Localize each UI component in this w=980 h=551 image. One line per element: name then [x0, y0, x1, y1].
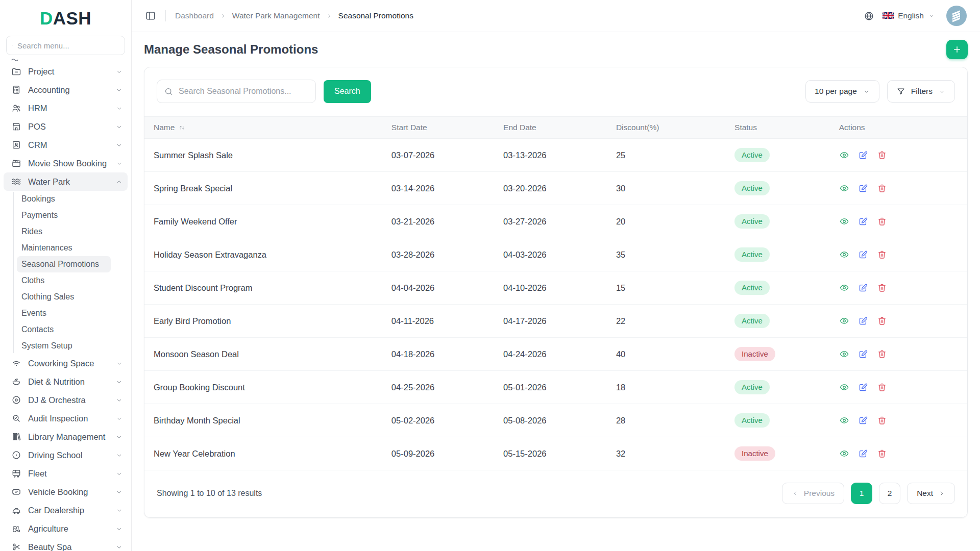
- view-button[interactable]: [839, 183, 849, 193]
- sidebar-subitem-maintenances[interactable]: Maintenances: [0, 240, 131, 256]
- cell-name: Group Booking Discount: [144, 383, 382, 392]
- next-page-button[interactable]: Next: [907, 483, 955, 504]
- breadcrumb-dashboard[interactable]: Dashboard: [175, 11, 214, 20]
- sidebar-item-water-park[interactable]: Water Park: [4, 172, 128, 191]
- cell-start-date: 03-07-2026: [382, 151, 494, 160]
- sidebar-item-beauty-spa[interactable]: Beauty Spa: [0, 538, 131, 551]
- breadcrumb-water-park-management[interactable]: Water Park Management: [232, 11, 320, 20]
- previous-page-button[interactable]: Previous: [782, 483, 844, 504]
- delete-button[interactable]: [877, 349, 887, 359]
- sidebar-item-fleet[interactable]: Fleet: [0, 464, 131, 483]
- delete-button[interactable]: [877, 316, 887, 326]
- cell-name: Summer Splash Sale: [144, 151, 382, 160]
- page-number-group: 12: [851, 483, 900, 504]
- per-page-select[interactable]: 10 per page: [805, 80, 879, 103]
- table-footer: Showing 1 to 10 of 13 results Previous 1…: [157, 483, 955, 504]
- view-button[interactable]: [839, 415, 849, 425]
- cell-start-date: 05-02-2026: [382, 416, 494, 425]
- delete-button[interactable]: [877, 249, 887, 260]
- cell-name: New Year Celebration: [144, 449, 382, 459]
- sidebar-subitem-contacts[interactable]: Contacts: [0, 321, 131, 338]
- view-button[interactable]: [839, 283, 849, 293]
- sidebar-subitem-bookings[interactable]: Bookings: [0, 191, 131, 207]
- edit-button[interactable]: [858, 249, 868, 260]
- page-button-2[interactable]: 2: [879, 483, 900, 504]
- sidebar-subitem-seasonal-promotions[interactable]: Seasonal Promotions: [17, 256, 111, 272]
- view-button[interactable]: [839, 382, 849, 392]
- sort-icon[interactable]: [178, 124, 186, 132]
- delete-button[interactable]: [877, 183, 887, 193]
- sidebar-submenu-water-park: BookingsPaymentsRidesMaintenancesSeasona…: [0, 191, 131, 354]
- filters-button[interactable]: Filters: [887, 80, 955, 103]
- sidebar-subitem-payments[interactable]: Payments: [0, 207, 131, 223]
- status-badge: Active: [734, 413, 770, 428]
- sidebar-item-label: Project: [28, 67, 109, 77]
- language-selector[interactable]: English: [883, 11, 935, 20]
- chevron-right-icon: [326, 12, 333, 19]
- edit-button[interactable]: [858, 216, 868, 227]
- cell-start-date: 04-04-2026: [382, 283, 494, 293]
- delete-button[interactable]: [877, 216, 887, 227]
- edit-button[interactable]: [858, 150, 868, 160]
- globe-icon[interactable]: [864, 11, 874, 21]
- page-button-1[interactable]: 1: [851, 483, 872, 504]
- delete-button[interactable]: [877, 382, 887, 392]
- sidebar-item-dj-orchestra[interactable]: DJ & Orchestra: [0, 391, 131, 409]
- view-button[interactable]: [839, 316, 849, 326]
- column-header-name[interactable]: Name: [144, 123, 382, 132]
- edit-button[interactable]: [858, 283, 868, 293]
- promotions-search-input[interactable]: [179, 87, 309, 96]
- delete-button[interactable]: [877, 283, 887, 293]
- edit-button[interactable]: [858, 349, 868, 359]
- add-promotion-button[interactable]: [946, 40, 968, 59]
- sidebar-item-coworking-space[interactable]: Coworking Space: [0, 354, 131, 372]
- sidebar-subitem-system-setup[interactable]: System Setup: [0, 338, 131, 354]
- next-label: Next: [917, 489, 933, 498]
- promotions-search-box[interactable]: [157, 80, 316, 103]
- sidebar-item-hrm[interactable]: HRM: [0, 99, 131, 117]
- cell-end-date: 04-03-2026: [494, 250, 607, 260]
- sidebar-item-pos[interactable]: POS: [0, 117, 131, 136]
- edit-button[interactable]: [858, 448, 868, 459]
- sidebar-item-accounting[interactable]: Accounting: [0, 81, 131, 99]
- view-button[interactable]: [839, 349, 849, 359]
- sidebar-item-audit-inspection[interactable]: Audit Inspection: [0, 409, 131, 428]
- trash-icon: [877, 316, 887, 326]
- sidebar-item-diet-nutrition[interactable]: Diet & Nutrition: [0, 372, 131, 391]
- sidebar-search-input[interactable]: [17, 41, 119, 50]
- delete-button[interactable]: [877, 415, 887, 425]
- sidebar-item-library-management[interactable]: Library Management: [0, 428, 131, 446]
- view-button[interactable]: [839, 150, 849, 160]
- sidebar-item-agriculture[interactable]: Agriculture: [0, 519, 131, 538]
- edit-button[interactable]: [858, 415, 868, 425]
- edit-button[interactable]: [858, 316, 868, 326]
- sidebar-subitem-cloths[interactable]: Cloths: [0, 272, 131, 289]
- view-button[interactable]: [839, 216, 849, 227]
- delete-button[interactable]: [877, 448, 887, 459]
- table-row: Spring Break Special03-14-202603-20-2026…: [144, 172, 967, 205]
- sidebar-search[interactable]: [6, 36, 125, 55]
- cell-end-date: 05-08-2026: [494, 416, 607, 425]
- sidebar-subitem-clothing-sales[interactable]: Clothing Sales: [0, 289, 131, 305]
- brand-logo[interactable]: DASH: [40, 8, 91, 28]
- avatar-building-glyph: [946, 6, 967, 26]
- sidebar-item-vehicle-booking[interactable]: Vehicle Booking: [0, 483, 131, 501]
- delete-button[interactable]: [877, 150, 887, 160]
- sidebar-item-crm[interactable]: CRM: [0, 136, 131, 154]
- sidebar-subitem-events[interactable]: Events: [0, 305, 131, 321]
- sidebar-item-car-dealership[interactable]: Car Dealership: [0, 501, 131, 519]
- sidebar-toggle-icon[interactable]: [145, 10, 156, 21]
- sidebar-item-project[interactable]: Project: [0, 62, 131, 81]
- edit-button[interactable]: [858, 183, 868, 193]
- sidebar-item-driving-school[interactable]: Driving School: [0, 446, 131, 464]
- search-button[interactable]: Search: [324, 80, 371, 103]
- sidebar-item-label: Fleet: [28, 469, 109, 479]
- view-button[interactable]: [839, 448, 849, 459]
- edit-button[interactable]: [858, 382, 868, 392]
- sidebar-subitem-rides[interactable]: Rides: [0, 223, 131, 240]
- avatar[interactable]: [946, 6, 967, 26]
- sidebar-item-movie-show-booking[interactable]: Movie Show Booking: [0, 154, 131, 172]
- eye-icon: [839, 382, 849, 392]
- sidebar: DASH ProjectAccountingHRMPOSCRMMovie Sho…: [0, 0, 132, 551]
- view-button[interactable]: [839, 249, 849, 260]
